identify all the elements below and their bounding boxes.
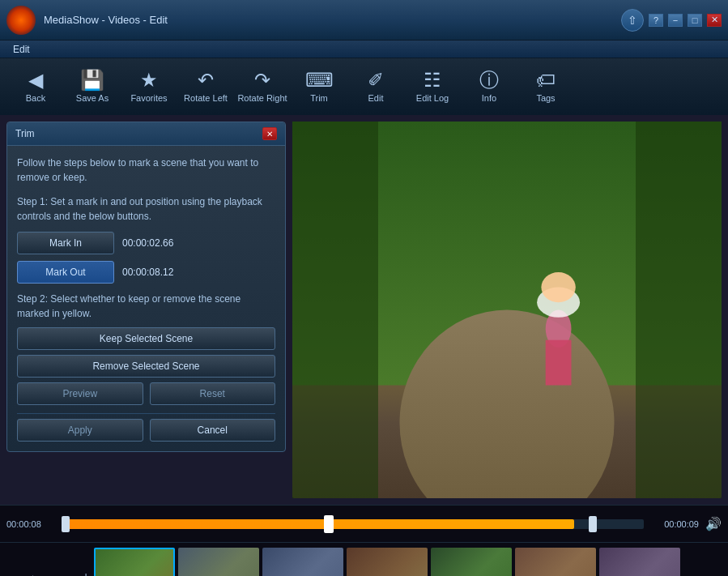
menu-edit[interactable]: Edit [6, 44, 36, 55]
filmstrip-play-button[interactable]: ▶ [28, 569, 49, 577]
timeline-track[interactable] [62, 519, 644, 529]
star-icon: ★ [140, 70, 158, 90]
back-button[interactable]: ◀ Back [8, 62, 63, 111]
cancel-button[interactable]: Cancel [150, 419, 276, 442]
svg-point-7 [541, 272, 575, 302]
video-preview-area [292, 122, 722, 498]
help-button[interactable]: ? [649, 14, 663, 27]
keep-scene-button[interactable]: Keep Selected Scene [17, 327, 275, 350]
trim-button[interactable]: ⌨ Trim [292, 62, 347, 111]
film-thumb-2[interactable] [178, 548, 259, 577]
svg-rect-2 [292, 122, 378, 498]
window-title: MediaShow - Videos - Edit [44, 14, 621, 26]
save-icon: 💾 [80, 70, 104, 90]
film-thumb-6[interactable] [515, 548, 596, 577]
dialog-title: Trim [15, 128, 35, 139]
nav-up-button[interactable]: ⇧ [621, 9, 644, 32]
preview-reset-row: Preview Reset [17, 382, 275, 405]
mark-in-row: Mark In 00:00:02.66 [17, 232, 275, 254]
apply-cancel-row: Apply Cancel [17, 419, 275, 442]
rotate-left-icon: ↶ [198, 70, 214, 90]
timeline-start-time: 00:00:08 [6, 519, 55, 529]
video-preview [292, 122, 722, 498]
info-icon: ⓘ [479, 70, 499, 90]
back-label: Back [26, 93, 45, 103]
filmstrip: ◀◀ ▶ ▶▶ ◀│ ▶ ▶▶ [0, 542, 728, 576]
title-bar: MediaShow - Videos - Edit ⇧ ? − □ ✕ [0, 0, 728, 41]
favorites-label: Favorites [130, 93, 167, 103]
timeline-end-time: 00:00:09 [650, 519, 699, 529]
rotate-left-button[interactable]: ↶ Rotate Left [178, 62, 233, 111]
mark-out-time: 00:00:08.12 [122, 267, 173, 278]
filmstrip-last-button[interactable]: ▶▶ [53, 571, 70, 577]
trim-icon: ⌨ [305, 70, 334, 90]
timeline-marker-start[interactable] [62, 516, 70, 532]
film-thumb-5[interactable] [431, 548, 512, 577]
timeline-marker-end[interactable] [589, 516, 597, 532]
filmstrip-end-button[interactable]: ▶▶ [704, 571, 722, 577]
favorites-button[interactable]: ★ Favorites [121, 62, 177, 111]
film-thumb-3[interactable] [262, 548, 343, 577]
step2-description: Step 2: Select whether to keep or remove… [17, 292, 275, 321]
back-icon: ◀ [28, 70, 43, 90]
edit-log-icon: ☷ [424, 70, 441, 90]
main-area: Trim ✕ Follow the steps below to mark a … [0, 115, 728, 505]
video-frame [292, 122, 722, 498]
save-as-button[interactable]: 💾 Save As [65, 62, 120, 111]
info-label: Info [482, 93, 496, 103]
edit-label: Edit [368, 93, 384, 103]
svg-rect-6 [546, 340, 572, 386]
film-thumb-1[interactable] [94, 548, 175, 577]
preview-button[interactable]: Preview [17, 382, 143, 405]
film-thumb-4[interactable] [347, 548, 428, 577]
rotate-right-button[interactable]: ↷ Rotate Right [235, 62, 290, 111]
tags-label: Tags [536, 93, 555, 103]
mark-out-row: Mark Out 00:00:08.12 [17, 261, 275, 284]
tags-button[interactable]: 🏷 Tags [518, 62, 573, 111]
trim-label: Trim [310, 93, 328, 103]
rotate-left-label: Rotate Left [184, 93, 228, 103]
edit-log-label: Edit Log [416, 93, 449, 103]
filmstrip-next-button[interactable]: ▶ [683, 571, 700, 577]
app-logo [6, 6, 36, 35]
edit-log-button[interactable]: ☷ Edit Log [405, 62, 460, 111]
title-controls: ⇧ ? − □ ✕ [621, 9, 722, 32]
mark-in-time: 00:00:02.66 [122, 237, 173, 249]
rotate-right-icon: ↷ [254, 70, 270, 90]
filmstrip-first-button[interactable]: ◀◀ [6, 571, 24, 577]
dialog-description: Follow the steps below to mark a scene t… [17, 156, 275, 185]
dialog-title-bar: Trim ✕ [7, 122, 285, 146]
svg-rect-3 [636, 122, 722, 498]
mark-in-button[interactable]: Mark In [17, 232, 114, 254]
film-thumb-7[interactable] [599, 548, 680, 577]
remove-scene-button[interactable]: Remove Selected Scene [17, 355, 275, 378]
tags-icon: 🏷 [536, 70, 556, 90]
save-as-label: Save As [76, 93, 109, 103]
timeline-thumb[interactable] [324, 515, 334, 533]
info-button[interactable]: ⓘ Info [462, 62, 517, 111]
rotate-right-label: Rotate Right [237, 93, 287, 103]
edit-icon: ✐ [368, 70, 384, 90]
apply-button[interactable]: Apply [17, 419, 143, 442]
menu-bar: Edit [0, 41, 728, 58]
trim-dialog: Trim ✕ Follow the steps below to mark a … [6, 122, 286, 452]
reset-button[interactable]: Reset [150, 382, 276, 405]
mark-out-button[interactable]: Mark Out [17, 261, 114, 284]
minimize-button[interactable]: − [668, 14, 683, 27]
volume-icon[interactable]: 🔊 [705, 516, 722, 531]
separator [17, 413, 275, 414]
dialog-body: Follow the steps below to mark a scene t… [7, 146, 285, 451]
edit-button[interactable]: ✐ Edit [348, 62, 403, 111]
close-button[interactable]: ✕ [707, 14, 722, 27]
filmstrip-back-button[interactable]: ◀│ [74, 571, 91, 577]
dialog-close-button[interactable]: ✕ [262, 127, 277, 140]
toolbar: ◀ Back 💾 Save As ★ Favorites ↶ Rotate Le… [0, 58, 728, 115]
maximize-button[interactable]: □ [688, 14, 702, 27]
timeline-fill [62, 519, 574, 529]
step1-description: Step 1: Set a mark in and out position u… [17, 194, 275, 224]
timeline-area: 00:00:08 00:00:09 🔊 [0, 505, 728, 542]
